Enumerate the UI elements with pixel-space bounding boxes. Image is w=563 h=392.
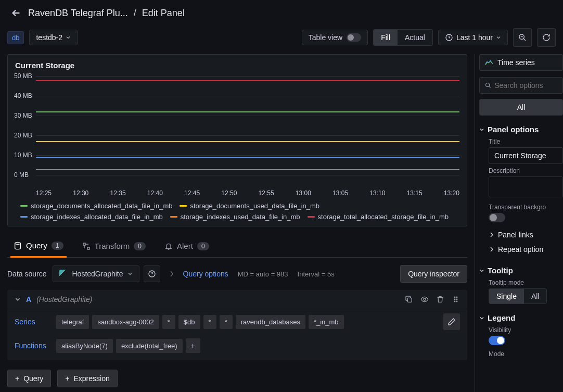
series-segment[interactable]: $db <box>178 315 200 329</box>
tooltip-mode-label: Tooltip mode <box>489 279 563 286</box>
svg-point-2 <box>15 242 21 244</box>
add-function-button[interactable]: + <box>186 338 200 353</box>
drag-handle-icon[interactable] <box>452 295 460 304</box>
pencil-icon <box>447 318 456 326</box>
tooltip-single[interactable]: Single <box>489 289 524 304</box>
query-tabs: Query 1 Transform 0 Alert 0 <box>7 226 467 258</box>
x-tick-label: 13:20 <box>444 189 459 197</box>
function-segment[interactable]: aliasByNode(7) <box>56 339 113 353</box>
toggle-off-icon <box>347 33 361 42</box>
chevron-down-icon <box>479 315 484 321</box>
query-inspector-button[interactable]: Query inspector <box>400 265 467 283</box>
query-ds-hint: (HostedGraphite) <box>36 295 92 304</box>
tooltip-all[interactable]: All <box>524 289 547 304</box>
clock-icon <box>445 33 453 42</box>
section-panel-options[interactable]: Panel options <box>479 125 563 134</box>
series-line <box>36 169 459 170</box>
breadcrumb-page: Edit Panel <box>142 8 185 18</box>
search-options-input[interactable] <box>479 77 563 94</box>
chart-legend: storage_documents_allocated_data_file_in… <box>20 202 459 221</box>
x-tick-label: 12:25 <box>36 189 52 197</box>
db-variable-select[interactable]: testdb-2 <box>29 30 78 45</box>
copy-icon[interactable] <box>405 295 413 304</box>
query-letter[interactable]: A <box>26 295 31 304</box>
y-tick-label: 20 MB <box>14 132 32 139</box>
x-tick-label: 13:00 <box>296 189 311 197</box>
add-expression-button[interactable]: +Expression <box>57 370 117 387</box>
series-line <box>36 80 459 81</box>
datasource-help-button[interactable] <box>144 265 160 282</box>
chart-plot-area[interactable]: 0 MB10 MB20 MB30 MB40 MB50 MB <box>36 76 459 185</box>
legend-item[interactable]: storage_documents_used_data_file_in_mb <box>180 202 319 210</box>
legend-swatch <box>20 216 28 218</box>
table-view-toggle[interactable]: Table view <box>302 30 368 45</box>
chevron-down-icon <box>479 127 484 132</box>
refresh-button[interactable] <box>537 28 556 47</box>
section-tooltip[interactable]: Tooltip <box>479 266 563 275</box>
fill-button[interactable]: Fill <box>374 30 398 45</box>
datasource-select[interactable]: HostedGraphite <box>53 265 139 282</box>
series-line <box>36 141 459 142</box>
series-segment[interactable]: telegraf <box>56 315 89 329</box>
series-segment[interactable]: * <box>162 315 175 329</box>
chevron-separator <box>164 265 179 282</box>
chevron-down-icon <box>127 271 133 276</box>
db-variable-badge[interactable]: db <box>7 31 24 44</box>
visualization-picker[interactable]: Time series <box>479 54 563 71</box>
x-tick-label: 12:45 <box>184 189 200 197</box>
legend-item[interactable]: storage_documents_allocated_data_file_in… <box>20 202 172 210</box>
zoom-out-button[interactable] <box>513 28 532 47</box>
transparent-toggle[interactable] <box>489 213 505 222</box>
x-tick-label: 13:05 <box>332 189 348 197</box>
chevron-down-icon[interactable] <box>15 296 21 302</box>
time-range-picker[interactable]: Last 1 hour <box>438 30 508 45</box>
legend-item[interactable]: storage_indexes_used_data_file_in_mb <box>170 213 300 221</box>
function-segment[interactable]: exclude(total_free) <box>116 339 183 353</box>
tab-transform[interactable]: Transform 0 <box>79 236 149 257</box>
tab-query[interactable]: Query 1 <box>10 236 67 258</box>
series-segment[interactable]: sandbox-agg-0002 <box>92 315 159 329</box>
eye-icon[interactable] <box>420 295 429 304</box>
datasource-label: Data source <box>7 270 46 278</box>
description-input[interactable] <box>489 176 563 197</box>
chart-panel: Current Storage 0 MB10 MB20 MB30 MB40 MB… <box>7 54 467 226</box>
series-segment[interactable]: *_in_mb <box>309 315 344 329</box>
fit-mode-group: Fill Actual <box>373 29 433 46</box>
add-query-button[interactable]: +Query <box>7 370 51 387</box>
trash-icon[interactable] <box>436 295 444 304</box>
functions-key[interactable]: Functions <box>15 342 53 350</box>
series-segment[interactable]: * <box>220 315 233 329</box>
legend-swatch <box>170 216 177 218</box>
svg-point-8 <box>454 299 455 300</box>
chevron-down-icon <box>479 268 484 273</box>
query-block-a: A (HostedGraphite) Series telegrafsandbo… <box>7 290 467 360</box>
svg-point-10 <box>454 301 455 302</box>
x-tick-label: 12:50 <box>221 189 237 197</box>
query-md: MD = auto = 983 <box>238 270 288 278</box>
search-icon <box>485 82 491 89</box>
panel-links-row[interactable]: Panel links <box>479 227 563 242</box>
repeat-options-row[interactable]: Repeat option <box>479 242 563 257</box>
raw-query-toggle[interactable] <box>443 313 460 330</box>
title-input[interactable] <box>489 147 563 164</box>
section-legend[interactable]: Legend <box>479 313 563 322</box>
series-segment[interactable]: * <box>203 315 216 329</box>
transform-icon <box>82 242 91 250</box>
back-arrow-icon[interactable] <box>10 7 22 19</box>
breadcrumb-dashboard[interactable]: RavenDB Telegraf Plu... <box>28 8 128 18</box>
svg-point-9 <box>456 299 457 300</box>
x-tick-label: 12:40 <box>147 189 163 197</box>
legend-item[interactable]: storage_indexes_allocated_data_file_in_m… <box>20 213 163 221</box>
legend-visibility-toggle[interactable] <box>489 336 505 345</box>
series-segment[interactable]: ravendb_databases <box>236 315 305 329</box>
series-key[interactable]: Series <box>15 318 53 326</box>
title-label: Title <box>489 138 563 145</box>
mode-label: Mode <box>489 350 563 358</box>
legend-swatch <box>308 216 315 218</box>
query-options-link[interactable]: Query options <box>183 270 228 278</box>
bell-icon <box>164 242 173 250</box>
legend-item[interactable]: storage_total_allocated_storage_file_in_… <box>308 213 449 221</box>
actual-button[interactable]: Actual <box>398 30 432 45</box>
tab-alert[interactable]: Alert 0 <box>161 236 212 257</box>
filter-all-tab[interactable]: All <box>480 99 562 115</box>
